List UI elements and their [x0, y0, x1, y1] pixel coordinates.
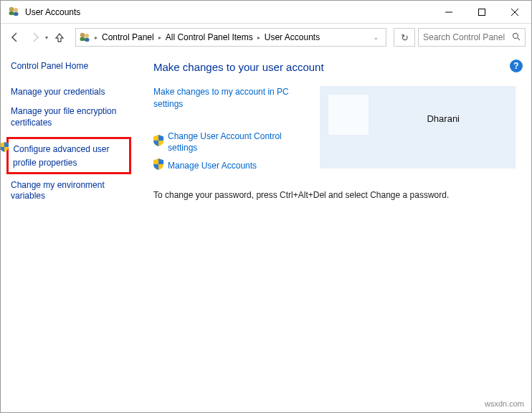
window-title: User Accounts [25, 7, 432, 17]
close-button[interactable] [498, 1, 531, 23]
action-list: Make changes to my account in PC setting… [153, 86, 311, 177]
configure-profile-link[interactable]: Configure advanced user profile properti… [13, 144, 110, 168]
manage-credentials-link[interactable]: Manage your credentials [11, 87, 141, 98]
help-icon[interactable]: ? [510, 60, 523, 72]
history-dropdown[interactable]: ▾ [45, 34, 48, 41]
sidebar: Control Panel Home Manage your credentia… [1, 51, 141, 412]
breadcrumb: ▸ Control Panel ▸ All Control Panel Item… [75, 28, 386, 47]
back-button[interactable] [6, 29, 24, 46]
up-button[interactable] [51, 29, 68, 46]
pc-settings-link[interactable]: Make changes to my account in PC setting… [153, 86, 311, 110]
svg-rect-3 [14, 12, 19, 16]
svg-rect-1 [9, 11, 14, 15]
svg-line-13 [518, 38, 520, 40]
search-icon [512, 32, 521, 43]
breadcrumb-dropdown[interactable]: ⌄ [369, 34, 383, 41]
shield-icon [153, 158, 163, 173]
env-variables-link[interactable]: Change my environment variables [11, 180, 141, 202]
svg-point-2 [14, 8, 18, 12]
chevron-right-icon: ▸ [93, 34, 99, 41]
minimize-button[interactable] [432, 1, 465, 23]
svg-point-8 [80, 32, 85, 37]
main-panel: ? Make changes to your user account Make… [141, 51, 531, 412]
svg-rect-11 [85, 38, 90, 42]
svg-rect-9 [80, 37, 85, 41]
content-area: Control Panel Home Manage your credentia… [1, 51, 531, 412]
crumb-user-accounts[interactable]: User Accounts [262, 32, 323, 42]
svg-rect-5 [479, 9, 485, 15]
manage-accounts-link[interactable]: Manage User Accounts [168, 160, 257, 172]
user-name-label: Dharani [427, 113, 460, 124]
user-accounts-icon [8, 5, 19, 19]
uac-settings-link[interactable]: Change User Account Control settings [168, 130, 311, 155]
maximize-button[interactable] [465, 1, 498, 23]
svg-point-10 [85, 34, 89, 38]
chevron-right-icon: ▸ [256, 34, 262, 41]
avatar [328, 95, 369, 135]
shield-icon [0, 142, 9, 155]
crumb-all-items[interactable]: All Control Panel Items [163, 32, 256, 42]
search-box[interactable] [418, 28, 526, 47]
refresh-button[interactable]: ↻ [394, 28, 415, 47]
highlighted-item: Configure advanced user profile properti… [6, 137, 131, 174]
forward-button[interactable] [27, 29, 44, 46]
watermark: wsxdn.com [485, 399, 524, 408]
crumb-control-panel[interactable]: Control Panel [99, 32, 157, 42]
control-panel-home-link[interactable]: Control Panel Home [11, 61, 141, 72]
user-card: Dharani [320, 86, 516, 168]
password-instruction: To change your password, press Ctrl+Alt+… [153, 190, 518, 200]
svg-point-0 [9, 7, 14, 11]
page-heading: Make changes to your user account [153, 61, 518, 73]
search-input[interactable] [423, 32, 512, 42]
breadcrumb-icon [79, 31, 90, 44]
chevron-right-icon: ▸ [157, 34, 163, 41]
manage-encryption-link[interactable]: Manage your file encryption certificates [11, 106, 141, 128]
navbar: ▾ ▸ Control Panel ▸ All Control Panel It… [1, 24, 531, 51]
svg-point-12 [513, 33, 518, 38]
shield-icon [153, 135, 163, 149]
titlebar: User Accounts [1, 1, 531, 24]
